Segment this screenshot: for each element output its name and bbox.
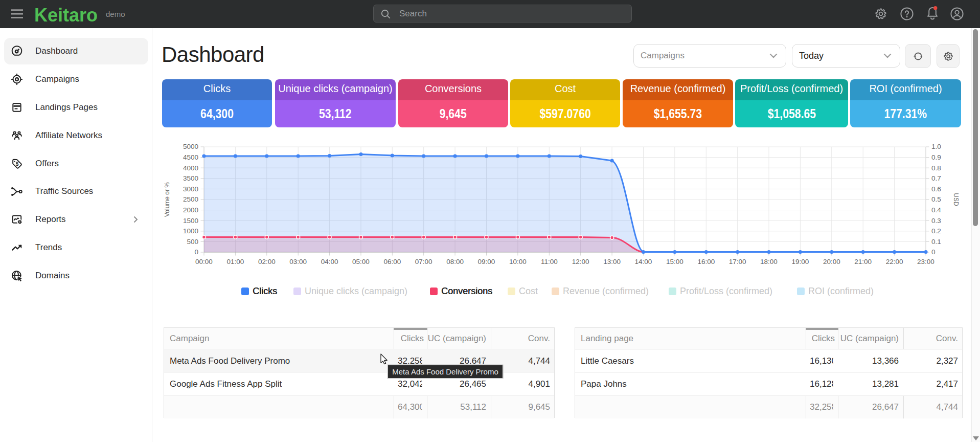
svg-text:10:00: 10:00	[509, 258, 527, 266]
svg-text:19:00: 19:00	[792, 258, 809, 266]
svg-text:0.4: 0.4	[931, 206, 941, 214]
svg-text:0.2: 0.2	[931, 227, 941, 235]
svg-text:11:00: 11:00	[541, 258, 558, 266]
svg-text:0.9: 0.9	[931, 153, 941, 161]
svg-text:0.7: 0.7	[931, 174, 941, 182]
svg-text:14:00: 14:00	[635, 258, 652, 266]
svg-text:1000: 1000	[183, 227, 198, 235]
svg-text:21:00: 21:00	[854, 258, 872, 266]
svg-text:USD: USD	[952, 193, 960, 206]
svg-text:05:00: 05:00	[352, 258, 370, 266]
svg-text:3000: 3000	[183, 185, 198, 193]
svg-text:2000: 2000	[183, 206, 198, 214]
svg-text:0.5: 0.5	[931, 195, 941, 203]
svg-text:500: 500	[187, 238, 198, 246]
svg-text:$: $	[16, 161, 19, 167]
svg-text:5000: 5000	[183, 143, 198, 150]
svg-text:0: 0	[194, 248, 198, 256]
svg-text:07:00: 07:00	[415, 258, 432, 266]
svg-text:02:00: 02:00	[258, 258, 276, 266]
svg-text:08:00: 08:00	[446, 258, 464, 266]
svg-text:3500: 3500	[183, 174, 198, 182]
svg-text:04:00: 04:00	[321, 258, 338, 266]
svg-text:1500: 1500	[183, 217, 198, 225]
svg-text:0.3: 0.3	[931, 217, 941, 225]
svg-text:12:00: 12:00	[572, 258, 589, 266]
svg-text:18:00: 18:00	[760, 258, 778, 266]
svg-text:13:00: 13:00	[603, 258, 621, 266]
svg-text:0: 0	[931, 248, 936, 256]
svg-text:17:00: 17:00	[729, 258, 746, 266]
svg-text:0.6: 0.6	[931, 185, 941, 193]
svg-text:06:00: 06:00	[383, 258, 401, 266]
svg-text:2500: 2500	[183, 195, 198, 203]
svg-text:16:00: 16:00	[697, 258, 715, 266]
svg-text:03:00: 03:00	[289, 258, 307, 266]
svg-text:09:00: 09:00	[478, 258, 495, 266]
svg-text:1.0: 1.0	[931, 143, 941, 150]
svg-text:00:00: 00:00	[195, 258, 213, 266]
svg-text:20:00: 20:00	[823, 258, 840, 266]
svg-text:4000: 4000	[183, 164, 198, 172]
svg-text:0.8: 0.8	[931, 164, 941, 172]
svg-text:01:00: 01:00	[227, 258, 244, 266]
svg-text:0.1: 0.1	[931, 238, 941, 246]
svg-text:Volume or %: Volume or %	[164, 182, 171, 217]
svg-text:15:00: 15:00	[666, 258, 683, 266]
svg-text:4500: 4500	[183, 153, 198, 161]
svg-text:22:00: 22:00	[886, 258, 903, 266]
svg-text:23:00: 23:00	[917, 258, 935, 266]
